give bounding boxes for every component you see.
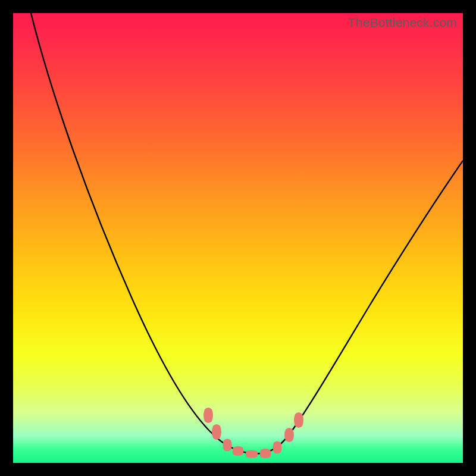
bead <box>233 446 244 456</box>
bead <box>273 441 282 454</box>
curve-svg <box>13 13 463 463</box>
bead <box>203 408 213 423</box>
bead <box>294 412 303 428</box>
bead <box>246 450 258 458</box>
bead <box>284 428 294 442</box>
bottleneck-curve <box>31 13 463 453</box>
plot-area: TheBottleneck.com <box>13 13 463 463</box>
bead <box>260 449 271 458</box>
chart-frame: TheBottleneck.com <box>0 0 476 476</box>
bead <box>223 439 232 452</box>
bead <box>212 424 221 440</box>
trough-beads <box>203 408 303 458</box>
